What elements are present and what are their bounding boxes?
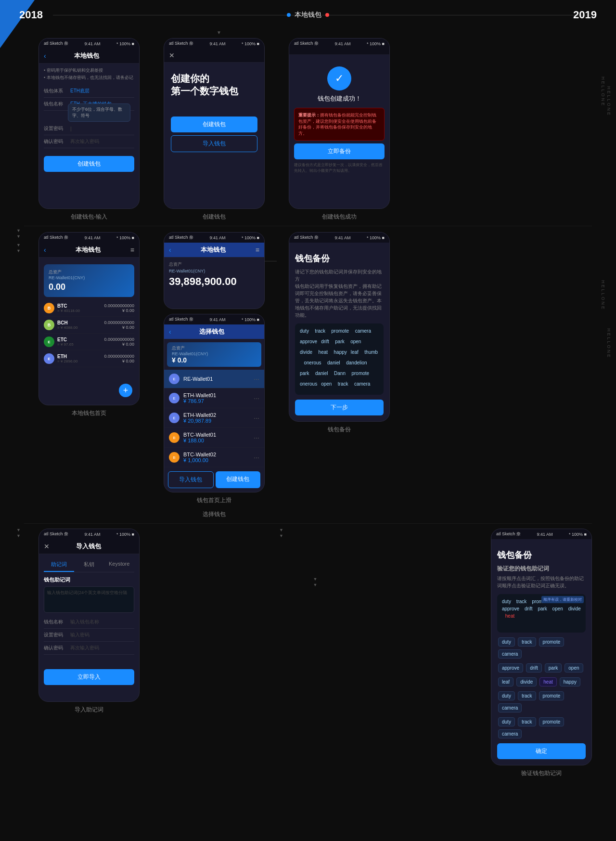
coin-btc[interactable]: B BTC = ¥ 40118.00 0.00000000000 ¥ 0.00 <box>44 300 134 317</box>
mnemonic-word-18: daniel <box>315 371 328 379</box>
phone-verify: atl Sketch 奈 9:41 AM * 100% ■ 钱包备份 验证您的钱… <box>491 529 592 765</box>
tag-promote-1[interactable]: promote <box>539 637 565 647</box>
nav-menu-5[interactable]: ≡ <box>256 246 259 254</box>
navbar-3 <box>289 49 389 55</box>
status-time-8: 9:41 AM <box>85 532 101 537</box>
field-name: 钱包名称 ETH_王大博的钱包 不少于6位，混合字母、数字、符号 <box>44 98 134 111</box>
mnemonic-word-2: track <box>315 328 325 337</box>
tag-leaf-3[interactable]: leaf <box>498 677 513 686</box>
import-section-title: 钱包助记词 <box>44 576 134 583</box>
verify-statusbar: atl Sketch 奈 9:41 AM * 100% ■ <box>491 529 591 539</box>
import-label-name: 钱包名称 <box>44 619 70 625</box>
import-field-name[interactable]: 钱包名称 输入钱包名称 <box>44 616 134 629</box>
select-amount: ¥ 0.0 <box>172 356 257 364</box>
tag-camera-1[interactable]: camera <box>498 649 522 659</box>
row-separator-2 <box>24 523 592 524</box>
coin-price-eth: = ¥ 2896.00 <box>57 359 104 363</box>
connector-h <box>265 261 277 261</box>
timeline-dot-red <box>325 13 329 17</box>
tab-privatekey[interactable]: 私钥 <box>74 558 104 572</box>
tab-mnemonic[interactable]: 助记词 <box>44 558 74 572</box>
label-select-wallet: 选择钱包 <box>197 510 231 518</box>
nav-close-8[interactable]: ✕ <box>44 543 50 550</box>
wallet-more-re01[interactable]: ··· <box>254 375 259 383</box>
coin-icon-bch: B <box>44 320 54 330</box>
btn-import-wallet[interactable]: 导入钱包 <box>171 135 257 152</box>
tag-promote-4[interactable]: promote <box>539 691 565 700</box>
screen-wallet-scroll: atl Sketch 奈 9:41 AM * 100% ■ ‹ 本地钱包 ≡ 总… <box>164 232 265 518</box>
phone-create: atl Sketch 奈 9:41 AM * 100% ■ ✕ 创建你的第一个数… <box>164 38 265 209</box>
btn-create-wallet-1[interactable]: 创建钱包 <box>44 156 134 172</box>
tag-approve-2[interactable]: approve <box>498 663 523 673</box>
wallet-item-eth01[interactable]: E ETH-Wallet01 ¥ 786.97 ··· <box>164 388 264 408</box>
row2-screens: HELLONE atl Sketch 奈 9:41 AM * 100% ■ ‹ … <box>0 232 616 518</box>
tag-track-5[interactable]: track <box>518 717 536 726</box>
import-field-confirm[interactable]: 确认密码 再次输入密码 <box>44 642 134 655</box>
tag-park-2[interactable]: park <box>545 663 562 673</box>
wallet-item-eth02[interactable]: E ETH-Wallet02 ¥ 20,987.89 ··· <box>164 408 264 428</box>
card-sub: RE-Wallet01(CNY) <box>49 275 129 280</box>
btn-create-select[interactable]: 创建钱包 <box>216 471 260 488</box>
tag-divide-3[interactable]: divide <box>516 677 537 686</box>
status-bar-8: atl Sketch 奈 9:41 AM * 100% ■ <box>39 529 139 539</box>
tag-drift-2[interactable]: drift <box>526 663 542 673</box>
mnemonic-textarea[interactable]: 输入钱包助记词(24个英文单词按空格分隔 <box>44 586 134 613</box>
status-signal-2: atl Sketch 奈 <box>169 40 193 47</box>
status-signal-8: atl Sketch 奈 <box>44 531 68 537</box>
btn-backup-now[interactable]: 立即备份 <box>294 143 385 159</box>
hellone-label-right-1: HELLONE <box>606 86 611 116</box>
nav-title-5: 本地钱包 <box>171 246 256 254</box>
success-title: 钱包创建成功！ <box>294 94 385 103</box>
verify-content: 钱包备份 验证您的钱包助记词 请按顺序点击词汇，按照钱包备份的助记词顺序点击验证… <box>497 549 586 759</box>
wallet-item-btc01[interactable]: B BTC-Wallet01 ¥ 188.00 ··· <box>164 428 264 448</box>
wallet-more-eth02[interactable]: ··· <box>254 414 259 422</box>
coin-info-bch: BCH = ¥ 4088.00 <box>57 320 104 330</box>
coin-etc[interactable]: E ETC = ¥ 97.65 0.00000000000 ¥ 0.00 <box>44 334 134 350</box>
btn-confirm-verify[interactable]: 确定 <box>497 743 586 759</box>
wallet-icon-eth02: E <box>169 413 180 423</box>
coin-bch[interactable]: B BCH = ¥ 4088.00 0.00000000000 ¥ 0.00 <box>44 317 134 334</box>
btn-import-now[interactable]: 立即导入 <box>44 669 134 685</box>
tag-camera-5[interactable]: camera <box>498 729 522 738</box>
import-field-password[interactable]: 设置密码 输入密码 <box>44 629 134 642</box>
wallet-more-btc02[interactable]: ··· <box>254 453 259 461</box>
field-label-name: 钱包名称 <box>44 101 70 107</box>
mnemonic-word-13: thumb <box>364 349 378 358</box>
wallet-more-eth01[interactable]: ··· <box>254 394 259 402</box>
btn-next-backup[interactable]: 下一步 <box>295 400 384 415</box>
phone-import: atl Sketch 奈 9:41 AM * 100% ■ ✕ 导入钱包 助记词… <box>38 529 140 702</box>
wallet-more-btc01[interactable]: ··· <box>254 434 259 441</box>
tag-track-1[interactable]: track <box>518 637 536 647</box>
btn-create-wallet-2[interactable]: 创建钱包 <box>171 116 257 132</box>
tag-heat-3[interactable]: heat <box>539 677 556 686</box>
tag-open-2[interactable]: open <box>565 663 583 673</box>
field-label-confirm: 确认密码 <box>44 138 70 145</box>
wallet-item-btc02[interactable]: B BTC-Wallet02 ¥ 1,000.00 ··· <box>164 448 264 467</box>
tab-keystore[interactable]: Keystore <box>104 558 134 572</box>
field-confirm[interactable]: 确认密码 再次输入密码 <box>44 135 134 148</box>
fab-add[interactable]: + <box>119 384 132 397</box>
nav-close-2[interactable]: ✕ <box>169 52 175 59</box>
coin-price-btc: = ¥ 40118.00 <box>57 309 104 313</box>
tag-track-4[interactable]: track <box>518 691 536 700</box>
tag-duty-4[interactable]: duty <box>498 691 515 700</box>
tag-happy-3[interactable]: happy <box>560 677 580 686</box>
coin-name-btc: BTC <box>57 303 104 309</box>
select-wallet-name: RE-Wallet01(CNY) <box>172 351 257 356</box>
wallet-item-re01[interactable]: E RE-Wallet01 ··· <box>164 370 264 388</box>
success-note: 建议备份方式是立即抄复一次，以满保安全，然后首先转入、转出小额资产方知该用。 <box>294 162 385 173</box>
btn-import-select[interactable]: 导入钱包 <box>168 471 214 488</box>
field-password[interactable]: 设置密码 | <box>44 122 134 135</box>
create-input-content: • 密码用于保护私钥和交易签授 • 本地钱包不储存密码，也无法找回，请务必记 钱… <box>39 64 139 176</box>
tag-camera-4[interactable]: camera <box>498 703 522 712</box>
mnemonic-word-19: Dann <box>334 371 346 379</box>
tag-duty-1[interactable]: duty <box>498 637 515 647</box>
coin-icon-etc: E <box>44 336 54 347</box>
field-system: 钱包体系 ETH底层 <box>44 85 134 98</box>
coin-eth[interactable]: E ETH = ¥ 2896.00 0.00000000000 ¥ 0.00 <box>44 350 134 367</box>
tag-duty-5[interactable]: duty <box>498 717 515 726</box>
nav-menu-4[interactable]: ≡ <box>130 246 134 254</box>
tag-promote-5[interactable]: promote <box>539 717 565 726</box>
word-tags-row3: leaf divide heat happy <box>497 676 586 687</box>
status-bar-4: atl Sketch 奈 9:41 AM * 100% ■ <box>39 233 139 243</box>
